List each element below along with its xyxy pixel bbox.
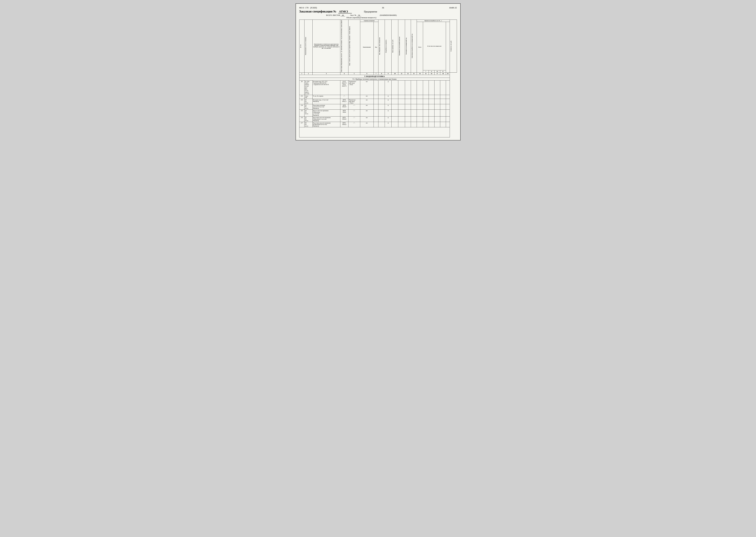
th-unit-code: Код <box>374 22 378 72</box>
row-unit: шт. <box>360 99 374 104</box>
row-zayavl <box>411 104 417 110</box>
th-zayavl: Заявленная потребность на планируемый го… <box>411 20 417 72</box>
th-unit: Единица измерения <box>360 20 378 22</box>
colnum-9: 9 <box>385 72 392 75</box>
row-unit-code <box>374 122 378 127</box>
list-no: Лист № 34 <box>350 14 361 16</box>
row-place: X4 По месту <box>304 110 313 116</box>
row-ezhegod <box>405 95 411 99</box>
row-num: 214 <box>299 104 304 110</box>
row-q3 <box>434 80 440 95</box>
row-name: Вода перед насосом промывки Н-фильтров 1… <box>313 116 340 122</box>
row-unit-code <box>374 99 378 104</box>
row-price <box>392 116 398 122</box>
row-unit-code <box>374 95 378 99</box>
row-place: X3 По месту <box>304 104 313 110</box>
section-row: У. ВОДОПОДГОТОВКА <box>299 75 457 78</box>
row-matcode <box>378 95 385 99</box>
colnum-16: 16 <box>429 72 434 75</box>
row-ezhegod <box>405 110 411 116</box>
th-q4: IV <box>440 70 446 72</box>
row-stoimost <box>446 80 450 95</box>
th-factory: Завод – изгото- витель (для им- портного… <box>348 20 360 72</box>
empty-row <box>299 127 457 138</box>
th-kvartaly: В том числе по кварталам <box>423 22 446 70</box>
row-unit: шт. <box>360 116 374 122</box>
row-q1 <box>423 99 429 104</box>
row-num: 2II <box>299 80 304 95</box>
colnum-11: 11 <box>398 72 405 75</box>
row-q2 <box>429 95 434 99</box>
row-matcode <box>378 110 385 116</box>
row-stoimost <box>446 110 450 116</box>
colnum-4: 4 <box>340 72 348 75</box>
table-row: 213 X2 По месту Исходная вода, 1,5 кгс/с… <box>299 99 457 104</box>
row-need: I <box>385 116 392 122</box>
row-need: I <box>385 104 392 110</box>
row-vsego <box>417 110 423 116</box>
row-mark: МТП 160х4 <box>340 110 348 116</box>
row-q4 <box>440 99 446 104</box>
colnum-13: 13 <box>411 72 417 75</box>
th-q2: II <box>429 70 434 72</box>
row-matcode <box>378 80 385 95</box>
row-komplex <box>398 80 405 95</box>
row-mark: МТП- 160хI,6 <box>340 122 348 127</box>
row-q4 <box>440 95 446 99</box>
th-vsego: Всего <box>417 22 423 72</box>
header-top: 903-I- 170 (XXIII) 36 164H-25 <box>299 6 457 9</box>
row-matcode <box>378 116 385 122</box>
table-row: 2II XI, X26 Трубо- провод на вхо- де в I… <box>299 80 457 95</box>
row-unit: шт. <box>360 95 374 99</box>
th-prinyata: Принятая потребность на 19__ г. <box>417 20 450 22</box>
row-place: X6 По месту <box>304 122 313 127</box>
row-unit: шт. <box>360 122 374 127</box>
page: 903-I- 170 (XXIII) 36 164H-25 Заказная с… <box>296 3 461 141</box>
row-unit: шт. <box>360 110 374 116</box>
row-vsego <box>417 104 423 110</box>
row-q3 <box>434 95 440 99</box>
colnum-8: 8 <box>378 72 385 75</box>
colnum-1: 1 <box>299 72 304 75</box>
row-q2 <box>429 104 434 110</box>
row-need: I <box>385 95 392 99</box>
obj-label: Объект (производственная мощность) <box>347 17 376 19</box>
row-vsego <box>417 80 423 95</box>
table-row: 212 Запас- ной То же, без оправы –"– шт.… <box>299 95 457 99</box>
row-q1 <box>423 95 429 99</box>
row-name: То же, без оправы <box>313 95 340 99</box>
table-row: 215 X4 По месту Вода за насосом промывки… <box>299 110 457 116</box>
row-stoimost <box>446 104 450 110</box>
row-q2 <box>429 122 434 127</box>
th-matcode: Код. оборудова- ния, материалов <box>378 20 385 72</box>
subsection-row: У.1. Приборы теплового контроля, установ… <box>299 78 457 80</box>
sheet-number: 36 <box>382 6 384 9</box>
row-komplex <box>398 116 405 122</box>
row-zayavl <box>411 116 417 122</box>
row-factory: –"– <box>348 104 360 110</box>
th-stoimost2 <box>446 22 450 72</box>
row-num: 215 <box>299 110 304 116</box>
row-price <box>392 122 398 127</box>
colnum-17: 17 <box>434 72 440 75</box>
colnum-5: 5 <box>348 72 360 75</box>
colnum-19: 19 <box>446 72 450 75</box>
row-vsego <box>417 122 423 127</box>
main-table: № п.п. Наименование и место установки На… <box>299 20 457 138</box>
colnum-12: 12 <box>405 72 411 75</box>
row-mark: МТП- 160хI,6 <box>340 116 348 122</box>
row-vsego <box>417 95 423 99</box>
org-name: АТМСI <box>338 10 352 14</box>
row-place: X2 По месту <box>304 99 313 104</box>
row-stoimost <box>446 116 450 122</box>
th-place: Наименование и место установки <box>304 20 313 72</box>
row-ezhegod <box>405 122 411 127</box>
row-stoimost <box>446 122 450 127</box>
pred-label: Предприятие <box>364 11 377 13</box>
row-komplex <box>398 99 405 104</box>
row-need: I <box>385 99 392 104</box>
vsego-listov: ВСЕГО ЛИСТОВ 44 <box>326 14 345 16</box>
row-factory: Манометро- вый завод г. Томск <box>348 99 360 104</box>
th-mark: Типы марка оборудования, каталог- №, чер… <box>340 20 348 72</box>
row-unit: шт. <box>360 104 374 110</box>
